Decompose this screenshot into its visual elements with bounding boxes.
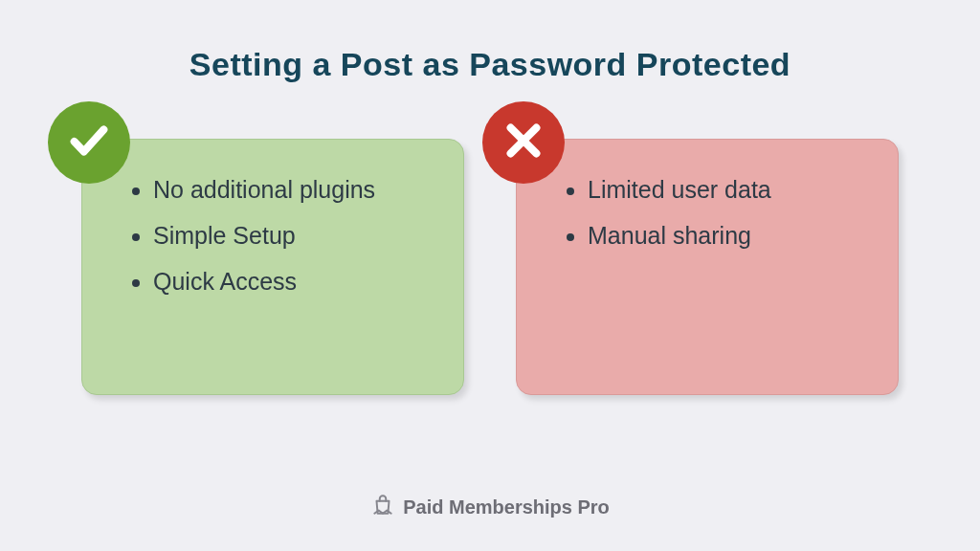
list-item: Limited user data <box>588 174 865 207</box>
cons-card: Limited user data Manual sharing <box>516 139 899 395</box>
pros-list: No additional plugins Simple Setup Quick… <box>128 174 431 298</box>
cards-row: No additional plugins Simple Setup Quick… <box>0 139 980 395</box>
page-title: Setting a Post as Password Protected <box>0 46 980 83</box>
list-item: No additional plugins <box>153 174 431 207</box>
list-item: Quick Access <box>153 266 431 298</box>
check-icon <box>67 119 111 166</box>
brand-label: Paid Memberships Pro <box>403 496 610 518</box>
list-item: Manual sharing <box>588 220 865 253</box>
pros-card: No additional plugins Simple Setup Quick… <box>81 139 464 395</box>
cons-list: Limited user data Manual sharing <box>563 174 865 253</box>
footer-brand: Paid Memberships Pro <box>0 493 980 522</box>
lock-bag-icon <box>370 493 395 522</box>
check-badge <box>48 101 130 184</box>
x-icon <box>501 119 546 166</box>
x-badge <box>482 101 565 184</box>
list-item: Simple Setup <box>153 220 431 253</box>
